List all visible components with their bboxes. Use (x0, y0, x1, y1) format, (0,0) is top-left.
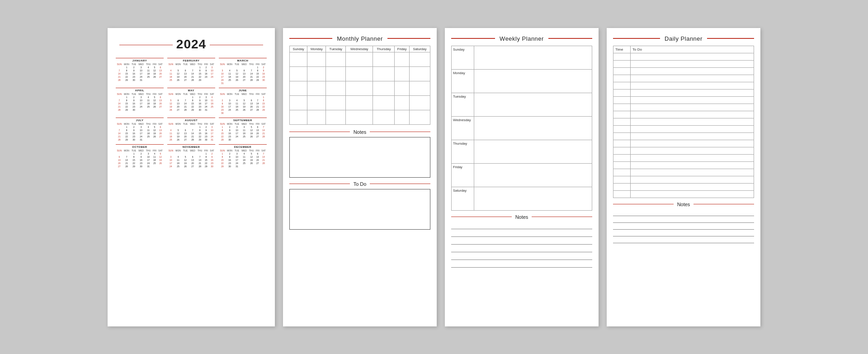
daily-planner-title: Daily Planner (660, 35, 707, 42)
note-line (613, 230, 754, 236)
weekly-day-space (474, 116, 592, 140)
monthly-cell (395, 110, 409, 124)
monthly-cell (307, 66, 326, 81)
weekly-planner-header: Weekly Planner (451, 35, 592, 42)
mini-calendar: JUNESUNMONTUEWEDTHUFRISAT123456789101112… (219, 88, 267, 115)
monthly-cell (290, 66, 307, 81)
daily-todo-cell (631, 154, 754, 161)
notes-box[interactable] (289, 137, 430, 178)
daily-notes-lines (613, 209, 754, 243)
weekly-day-space (474, 187, 592, 210)
mini-calendar: NOVEMBERSUNMONTUEWEDTHUFRISAT12345678910… (167, 144, 215, 168)
todo-box[interactable] (289, 189, 430, 230)
daily-time-cell (613, 154, 631, 161)
daily-todo-cell (631, 111, 754, 118)
daily-todo-cell (631, 190, 754, 198)
monthly-planner-page: Monthly Planner SundayMondayTuesdayWedne… (283, 28, 437, 326)
daily-planner-header: Daily Planner (613, 35, 754, 42)
monthly-cell (409, 110, 430, 124)
monthly-cell (307, 52, 326, 66)
monthly-cell (373, 81, 395, 95)
note-line (613, 209, 754, 216)
notes-line-right (532, 217, 592, 217)
monthly-cell (290, 52, 307, 66)
todo-column-header: To Do (631, 46, 754, 53)
notes-label: Notes (350, 129, 370, 135)
mini-calendar: SEPTEMBERSUNMONTUEWEDTHUFRISAT1234567891… (219, 118, 267, 142)
monthly-cell (326, 81, 346, 95)
daily-time-cell (613, 147, 631, 154)
header-line-left (613, 38, 660, 39)
weekly-day-label: Sunday (452, 46, 474, 69)
daily-time-cell (613, 132, 631, 140)
note-line (451, 260, 592, 268)
header-line-right (707, 38, 754, 39)
monthly-planner-header: Monthly Planner (289, 35, 430, 42)
monthly-cell (307, 95, 326, 110)
todo-section-header: To Do (289, 181, 430, 187)
notes-line-left (289, 132, 350, 132)
weekly-day-space (474, 69, 592, 93)
daily-time-cell (613, 104, 631, 111)
daily-time-cell (613, 82, 631, 89)
daily-notes-header: Notes (613, 202, 754, 207)
monthly-day-header: Tuesday (326, 46, 346, 52)
weekly-day-label: Wednesday (452, 116, 474, 140)
weekly-day-label: Friday (452, 163, 474, 187)
notes-line-left (613, 204, 674, 204)
monthly-cell (346, 95, 373, 110)
note-line (613, 216, 754, 223)
header-line-left (451, 38, 495, 39)
daily-todo-cell (631, 104, 754, 111)
note-line (451, 253, 592, 260)
daily-todo-cell (631, 82, 754, 89)
weekly-notes-lines (451, 222, 592, 268)
mini-calendar: FEBRUARYSUNMONTUEWEDTHUFRISAT12345678910… (167, 58, 215, 85)
monthly-day-header: Thursday (373, 46, 395, 52)
note-line (613, 223, 754, 230)
monthly-cell (395, 52, 409, 66)
calendar-grid: JANUARYSUNMONTUEWEDTHUFRISAT123456789101… (116, 58, 267, 168)
monthly-cell (346, 52, 373, 66)
weekly-notes-header: Notes (451, 214, 592, 220)
monthly-planner-title: Monthly Planner (332, 35, 387, 42)
daily-todo-cell (631, 147, 754, 154)
weekly-day-space (474, 163, 592, 187)
daily-todo-cell (631, 161, 754, 169)
monthly-cell (395, 95, 409, 110)
notes-line-right (370, 132, 430, 132)
monthly-cell (290, 110, 307, 124)
monthly-cell (307, 81, 326, 95)
weekly-day-space (474, 140, 592, 163)
weekly-day-label: Thursday (452, 140, 474, 163)
daily-todo-table: Time To Do (613, 46, 754, 198)
time-column-header: Time (613, 46, 631, 53)
monthly-cell (346, 81, 373, 95)
daily-time-cell (613, 183, 631, 190)
weekly-notes-label: Notes (512, 214, 532, 220)
monthly-day-header: Wednesday (346, 46, 373, 52)
weekly-planner-title: Weekly Planner (495, 35, 548, 42)
weekly-day-space (474, 93, 592, 116)
note-line (451, 245, 592, 252)
monthly-cell (326, 66, 346, 81)
daily-time-cell (613, 161, 631, 169)
daily-time-cell (613, 67, 631, 75)
daily-time-cell (613, 53, 631, 60)
daily-todo-cell (631, 125, 754, 132)
monthly-day-header: Saturday (409, 46, 430, 52)
mini-calendar: OCTOBERSUNMONTUEWEDTHUFRISAT123456789101… (116, 144, 164, 168)
daily-time-cell (613, 96, 631, 104)
monthly-cell (326, 110, 346, 124)
weekly-day-space (474, 46, 592, 69)
daily-time-cell (613, 169, 631, 176)
monthly-cell (290, 81, 307, 95)
notes-section-header: Notes (289, 129, 430, 135)
monthly-cell (395, 66, 409, 81)
notes-line-right (693, 204, 754, 204)
monthly-cell (290, 95, 307, 110)
monthly-calendar-grid: SundayMondayTuesdayWednesdayThursdayFrid… (289, 46, 430, 125)
mini-calendar: AUGUSTSUNMONTUEWEDTHUFRISAT1234567891011… (167, 118, 215, 142)
header-line-right (548, 38, 592, 39)
monthly-cell (409, 81, 430, 95)
